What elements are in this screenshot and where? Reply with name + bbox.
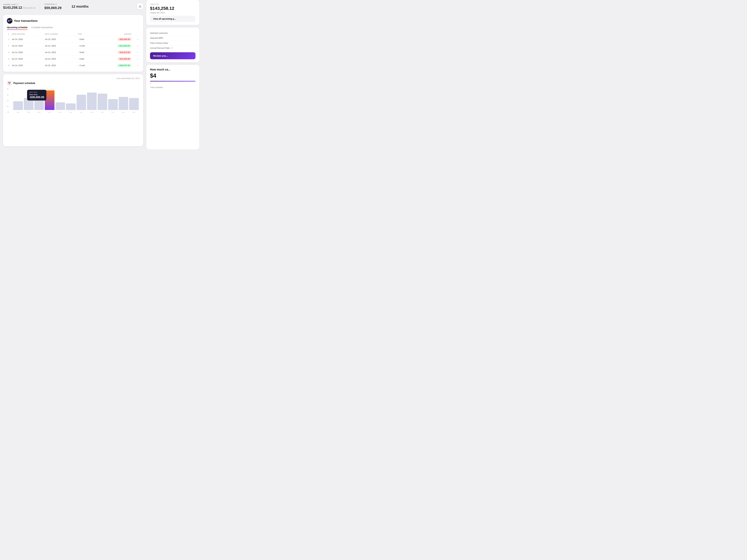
review-button[interactable]: Review you...	[150, 52, 196, 59]
chart-y-label: -2K	[7, 111, 9, 113]
col-amount: AMOUNT	[97, 32, 133, 36]
type-label: Debit	[79, 58, 84, 60]
row-amount: -$10,973.00	[97, 49, 133, 56]
table-row[interactable]: 1 Jul 14, 2023 Jul 15, 2023 ↑ Debit -$20…	[7, 36, 139, 43]
chart-bar-group[interactable]	[119, 88, 128, 110]
chart-bar	[66, 103, 76, 110]
chart-bar	[34, 100, 44, 110]
outstanding-value: $59,869.29	[44, 6, 61, 10]
transactions-table: # DATE INITIATED DATE CLEARED TYPE AMOUN…	[7, 32, 139, 69]
chart-y-label: 8K	[7, 88, 9, 90]
chart-x-label: AUG	[87, 111, 97, 113]
chart-bar-group[interactable]	[108, 88, 118, 110]
chart-x-label: APR	[45, 111, 54, 113]
row-date-cleared: Jul 15, 2023	[44, 62, 76, 69]
row-chevron[interactable]: ›	[133, 43, 139, 49]
chart-bar-group[interactable]	[13, 88, 23, 110]
available-credit-section: available credit i $143,258.12 /$160,000…	[3, 2, 39, 11]
tooltip-type: New draw	[29, 94, 44, 96]
row-date-initiated: Jul 14, 2023	[10, 43, 44, 49]
chart-bar	[13, 101, 23, 110]
col-num: #	[7, 32, 10, 36]
outstanding-label: Outstanding i	[44, 3, 61, 5]
row-date-initiated: Jul 14, 2023	[10, 62, 44, 69]
amount-badge: -$14,300.00	[118, 57, 131, 60]
chart-x-label: NOV	[119, 111, 128, 113]
chart-x-label: MAR	[34, 111, 44, 113]
chart-y-label: 4K	[7, 94, 9, 96]
row-date-initiated: Jul 14, 2023	[10, 36, 44, 43]
table-row[interactable]: 2 Jul 14, 2023 Jul 15, 2023 ↓ Credit +$1…	[7, 43, 139, 49]
row-num: 2	[7, 43, 10, 49]
col-date-initiated: DATE INITIATED	[10, 32, 44, 36]
tab-upcoming-schedule[interactable]: Upcoming schedule	[7, 26, 28, 30]
chart-x-label: MAY	[55, 111, 65, 113]
amount-badge: +$12,850.00	[117, 44, 131, 48]
type-label: Credit	[79, 64, 85, 66]
chart-x-label: JAN	[13, 111, 23, 113]
row-chevron[interactable]: ›	[133, 36, 139, 43]
payment-schedule-icon: 📅	[7, 81, 12, 86]
how-much-title: How much ca...	[150, 68, 196, 71]
row-chevron[interactable]: ›	[133, 56, 139, 62]
row-type: ↓ Credit	[76, 43, 97, 49]
chart-y-label: 0K	[7, 106, 9, 107]
row-chevron[interactable]: ›	[133, 62, 139, 69]
download-button[interactable]	[137, 3, 143, 9]
chart-bar-group[interactable]	[66, 88, 76, 110]
next-payment-label: August 5th	[150, 3, 196, 5]
chart-bar-group[interactable]	[98, 88, 107, 110]
chart-x-label: OCT	[108, 111, 118, 113]
payment-chart: 8K4K2K0K-2K JANFEBMARAPRMAYJUNJULAUGSEPO…	[7, 88, 139, 113]
tab-complete-transactions[interactable]: Complete transactions	[31, 26, 53, 30]
annual-discount-rate-row: Annual Discount Rate i	[150, 46, 196, 50]
transactions-title: Your transactions	[14, 19, 38, 23]
selected-customers-card: Selected customers Selected MRR Total Co…	[146, 28, 199, 62]
row-type: ↑ Debit	[76, 36, 97, 43]
row-type: ↑ Debit	[76, 56, 97, 62]
view-all-upcoming-button[interactable]: View all upcoming p...	[150, 16, 196, 22]
chart-bar-group[interactable]	[87, 88, 97, 110]
how-much-slider[interactable]	[150, 81, 196, 81]
chart-bar	[119, 97, 128, 110]
col-type: TYPE	[76, 32, 97, 36]
table-row[interactable]: 3 Jul 14, 2023 Jul 15, 2023 ↑ Debit -$10…	[7, 49, 139, 56]
next-payment-date: August 5th 2023	[150, 11, 196, 14]
chart-bar-group[interactable]	[77, 88, 86, 110]
selected-mrr-label: Selected MRR	[150, 37, 163, 39]
tooltip-date: APR 2023	[29, 91, 44, 93]
table-row[interactable]: 5 Jul 14, 2023 Jul 15, 2023 ↓ Credit +$3…	[7, 62, 139, 69]
next-payment-amount: $143,258.12	[150, 6, 196, 11]
transactions-tabs: Upcoming schedule Complete transactions	[7, 26, 139, 30]
row-amount: -$20,000.00	[97, 36, 133, 43]
selected-mrr-row: Selected MRR	[150, 36, 196, 41]
how-much-zero: 0	[150, 82, 196, 84]
discount-rate-info-icon[interactable]: i	[171, 47, 173, 49]
available-credit-limit: /$160,000.00	[23, 7, 35, 9]
available-credit-info-icon[interactable]: i	[16, 3, 18, 6]
table-row[interactable]: 4 Jul 14, 2023 Jul 15, 2023 ↑ Debit -$14…	[7, 56, 139, 62]
chart-y-labels: 8K4K2K0K-2K	[7, 88, 10, 113]
type-label: Credit	[79, 45, 85, 47]
available-credit-value: $143,258.12	[3, 6, 22, 10]
chart-bar-group[interactable]	[129, 88, 139, 110]
payment-schedule-header: 📅 Payment schedule	[7, 81, 139, 86]
chart-bar-group[interactable]	[55, 88, 65, 110]
row-date-initiated: Jul 14, 2023	[10, 49, 44, 56]
total-contract-value-label: Total Contract Value	[150, 42, 168, 44]
chart-x-label: DEC	[129, 111, 139, 113]
type-arrow-icon: ↓	[78, 64, 79, 66]
transactions-icon	[7, 18, 12, 24]
type-arrow-icon: ↑	[78, 51, 79, 54]
chart-x-label: SEP	[98, 111, 107, 113]
total-available-label: Total Available	[150, 86, 196, 88]
row-amount: -$14,300.00	[97, 56, 133, 62]
row-date-cleared: Jul 15, 2023	[44, 49, 76, 56]
row-date-cleared: Jul 15, 2023	[44, 56, 76, 62]
row-num: 5	[7, 62, 10, 69]
outstanding-info-icon[interactable]: i	[55, 3, 57, 5]
type-arrow-icon: ↑	[78, 58, 79, 60]
type-label: Debit	[79, 51, 84, 54]
row-chevron[interactable]: ›	[133, 49, 139, 56]
row-type: ↓ Credit	[76, 62, 97, 69]
